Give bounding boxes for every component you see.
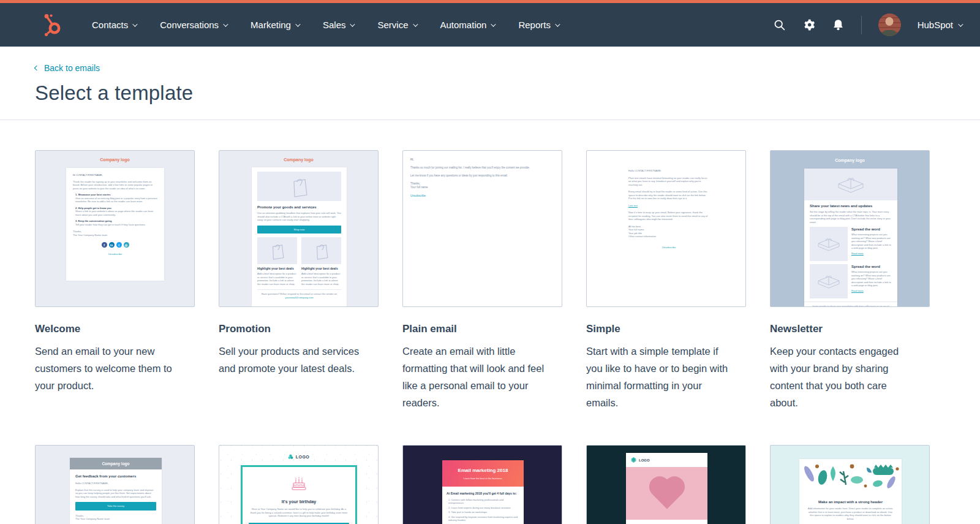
template-thumbnail-promotion[interactable]: Company logo Promote your goods and serv… <box>219 150 379 307</box>
avatar[interactable] <box>878 13 901 36</box>
facebook-icon: f <box>102 242 107 248</box>
thumb-paragraph: Add information for your reader here. Di… <box>807 507 894 520</box>
gift-box-image <box>804 169 897 200</box>
thumb-list-body: Tell your reader how they can get in tou… <box>75 223 157 227</box>
chevron-down-icon <box>223 21 228 26</box>
template-description: Keep your contacts engaged with your bra… <box>770 343 916 411</box>
page-header: Back to emails Select a template <box>0 47 980 120</box>
template-thumbnail-simple[interactable]: Hello CONTACT.FIRSTNAME, Plain text emai… <box>586 150 746 307</box>
thumb-take-survey-button: Take the survey <box>75 502 156 511</box>
template-card-newsletter: Company logo Share your latest news and … <box>770 150 930 445</box>
thumb-email-sheet: Company logo Get feedback from your cust… <box>70 458 162 524</box>
thumb-email-sheet: Hi CONTACT.FIRSTNAME, Thank the reader f… <box>66 168 164 281</box>
template-thumbnail-plain-email[interactable]: Hi, Thanks so much for joining our maili… <box>402 150 562 307</box>
nav-item-sales[interactable]: Sales <box>323 20 354 30</box>
gear-icon[interactable] <box>802 18 815 31</box>
back-to-emails-link[interactable]: Back to emails <box>35 63 100 73</box>
template-thumbnail-newsletter[interactable]: Company logo Share your latest news and … <box>770 150 930 307</box>
thumb-heading: Promote your goods and services <box>257 205 341 210</box>
nav-item-label: Conversations <box>160 20 219 30</box>
diamond-logo-icon <box>631 457 636 463</box>
thumb-bordered-box: It's your birthday Here at Your Company … <box>241 465 357 524</box>
nav-item-label: Reports <box>518 20 551 30</box>
template-card-event: Email marketing 2018 Learn from the best… <box>402 445 562 524</box>
nav-item-label: Automation <box>440 20 487 30</box>
chevron-down-icon <box>491 21 496 26</box>
thumb-unsubscribe-link: Unsubscribe <box>628 246 709 249</box>
template-name: Welcome <box>35 323 195 335</box>
thumb-company-logo: Company logo <box>36 158 194 162</box>
template-thumbnail-feedback-photo[interactable]: LOGO Your feedback matters to us We're e… <box>586 445 746 524</box>
chevron-down-icon <box>958 21 963 26</box>
template-thumbnail-event[interactable]: Email marketing 2018 Learn from the best… <box>402 445 562 524</box>
thumb-paragraph: Let me know if you have any questions or… <box>410 174 543 178</box>
botanical-header-illustration <box>799 459 902 495</box>
thumb-greeting: Hi CONTACT.FIRSTNAME, <box>73 173 157 177</box>
thumb-greeting: Hello CONTACT.FIRSTNAME, <box>628 169 709 173</box>
nav-item-label: Contacts <box>92 20 128 30</box>
nav-item-label: Marketing <box>251 20 291 30</box>
chevron-down-icon <box>350 21 355 26</box>
shopping-bag-image <box>257 237 297 264</box>
thumb-footer-text: Invite people to share your newsletter w… <box>804 302 897 307</box>
thumb-company-logo: Company logo <box>771 158 929 162</box>
search-icon[interactable] <box>773 18 786 31</box>
avatar-head <box>886 17 894 26</box>
flower-logo-icon <box>288 454 293 460</box>
nav-item-reports[interactable]: Reports <box>518 20 559 30</box>
thumb-company-logo: Company logo <box>70 458 162 469</box>
account-menu[interactable]: HubSpot <box>918 20 962 30</box>
nav-item-label: Service <box>377 20 408 30</box>
thumb-greeting: Hello CONTACT.FIRSTNAME, <box>75 482 156 485</box>
thumb-logo-row: LOGO <box>626 453 707 467</box>
thumb-list-item: 1. Connect with fellow marketing profess… <box>448 498 519 505</box>
chevron-down-icon <box>132 21 137 26</box>
bell-icon[interactable] <box>832 18 845 31</box>
thumb-event-title: Email marketing 2018 <box>446 468 520 473</box>
shopping-bag-image <box>301 237 341 264</box>
nav-menu: Contacts Conversations Marketing Sales S… <box>92 20 559 30</box>
template-name: Plain email <box>402 323 562 335</box>
template-description: Sell your products and services and prom… <box>219 343 364 377</box>
nav-item-conversations[interactable]: Conversations <box>160 20 227 30</box>
thumb-paragraph: Thank the reader for signing up to your … <box>73 180 157 191</box>
thumb-column-heading: Highlight your best deals <box>301 267 341 271</box>
template-name: Newsletter <box>770 323 930 335</box>
template-thumbnail-strong-header[interactable]: Make an impact with a strong header Add … <box>770 445 930 524</box>
thumb-column-heading: Highlight your best deals <box>257 267 297 271</box>
thumb-paragraph: Use an attention-grabbing headline that … <box>257 211 341 222</box>
shopping-bag-image <box>257 172 341 201</box>
thumb-signoff: All the best, Your full name Your job ti… <box>628 225 709 238</box>
thumb-email-sheet: Make an impact with a strong header Add … <box>799 459 902 524</box>
thumb-list-item: 4. Get inspired by keynote sessions from… <box>448 515 519 522</box>
nav-item-contacts[interactable]: Contacts <box>92 20 136 30</box>
thumb-social-icons: fint◎ <box>73 242 157 248</box>
gift-box-image <box>810 227 848 261</box>
chevron-down-icon <box>413 21 418 26</box>
thumb-email-sheet: Email marketing 2018 Learn from the best… <box>442 460 524 524</box>
template-thumbnail-welcome[interactable]: Company logo Hi CONTACT.FIRSTNAME, Thank… <box>35 150 195 307</box>
nav-item-automation[interactable]: Automation <box>440 20 495 30</box>
template-card-feedback-photo: LOGO Your feedback matters to us We're e… <box>586 445 746 524</box>
template-card-feedback: Company logo Get feedback from your cust… <box>35 445 195 524</box>
hubspot-logo-icon[interactable] <box>43 13 64 37</box>
thumb-email-sheet: Share your latest news and updates Set t… <box>804 169 897 307</box>
template-thumbnail-feedback[interactable]: Company logo Get feedback from your cust… <box>35 445 195 524</box>
back-link-label: Back to emails <box>44 63 100 73</box>
birthday-cake-icon <box>290 474 308 492</box>
thumb-company-logo: Company logo <box>219 158 378 162</box>
nav-divider <box>861 16 862 34</box>
nav-item-marketing[interactable]: Marketing <box>251 20 299 30</box>
template-thumbnail-birthday[interactable]: LOGO It's your birthday Here at Your Com… <box>219 445 379 524</box>
template-name: Simple <box>586 323 746 335</box>
thumb-heading: Get feedback from your customers <box>75 474 156 479</box>
nav-item-service[interactable]: Service <box>377 20 416 30</box>
thumb-link: Link text <box>628 204 709 208</box>
twitter-icon: t <box>116 242 122 248</box>
template-grid: Company logo Hi CONTACT.FIRSTNAME, Thank… <box>0 120 980 524</box>
thumb-paragraph: Now it's time to wrap up your email. Bef… <box>628 211 709 221</box>
template-name: Promotion <box>219 323 379 335</box>
thumb-paragraph: Plain text emails have minimal formattin… <box>628 177 709 187</box>
thumb-heading: At Email marketing 2018 you'll get 4 ful… <box>447 492 519 496</box>
thumb-paragraph: Explain that this survey is used to help… <box>75 488 156 499</box>
